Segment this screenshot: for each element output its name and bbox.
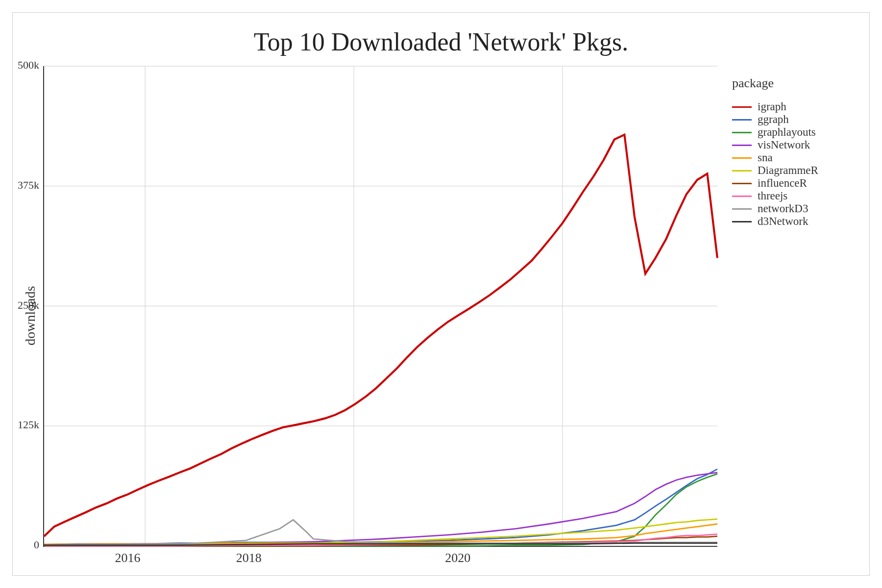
legend-item-d3network: d3Network xyxy=(732,215,850,228)
plot-area: 500k 375k 250k 125k 0 xyxy=(43,66,717,547)
legend-label-ggraph: ggraph xyxy=(758,113,789,126)
legend-line-threejs xyxy=(732,196,752,197)
legend-label-sna: sna xyxy=(758,151,773,164)
legend-line-igraph xyxy=(732,106,752,108)
legend-line-visnetwork xyxy=(732,145,752,146)
legend-label-visnetwork: visNetwork xyxy=(758,139,810,151)
legend-line-d3network xyxy=(732,221,752,222)
x-axis-labels: 2016 2018 2020 xyxy=(43,547,717,565)
legend-label-igraph: igraph xyxy=(758,100,786,113)
x-label-2018: 2018 xyxy=(236,551,262,565)
svg-text:500k: 500k xyxy=(18,59,39,71)
plot-area-wrapper: 500k 375k 250k 125k 0 xyxy=(43,66,722,565)
legend-line-ggraph xyxy=(732,119,752,121)
legend-item-sna: sna xyxy=(732,151,850,164)
legend-item-graphlayouts: graphlayouts xyxy=(732,126,850,139)
svg-text:250k: 250k xyxy=(18,299,39,311)
legend-item-threejs: threejs xyxy=(732,190,850,202)
legend-item-visnetwork: visNetwork xyxy=(732,139,850,151)
chart-body: downloads xyxy=(23,66,859,565)
legend-items: igraph ggraph graphlayouts visNetwork sn… xyxy=(732,100,850,228)
legend-item-networkd3: networkD3 xyxy=(732,202,850,215)
svg-text:0: 0 xyxy=(34,539,39,551)
legend-line-sna xyxy=(732,157,752,159)
legend-label-influencer: influenceR xyxy=(758,177,807,190)
legend-item-ggraph: ggraph xyxy=(732,113,850,126)
svg-text:375k: 375k xyxy=(18,179,39,191)
legend-line-diagrammer xyxy=(732,170,752,172)
x-label-2020: 2020 xyxy=(445,551,470,565)
legend-line-graphlayouts xyxy=(732,132,752,133)
svg-text:125k: 125k xyxy=(18,418,39,431)
chart-container: Top 10 Downloaded 'Network' Pkgs. downlo… xyxy=(12,12,870,576)
legend-item-influencer: influenceR xyxy=(732,177,850,190)
x-label-2016: 2016 xyxy=(115,551,140,565)
legend-item-diagrammer: DiagrammeR xyxy=(732,164,850,177)
y-axis-label: downloads xyxy=(23,66,38,565)
legend-label-threejs: threejs xyxy=(758,190,787,202)
legend: package igraph ggraph graphlayouts visNe… xyxy=(722,66,859,565)
legend-line-influencer xyxy=(732,183,752,184)
legend-label-d3network: d3Network xyxy=(758,215,808,228)
legend-title: package xyxy=(732,76,850,91)
legend-label-diagrammer: DiagrammeR xyxy=(758,164,818,177)
chart-title: Top 10 Downloaded 'Network' Pkgs. xyxy=(23,27,859,56)
legend-label-graphlayouts: graphlayouts xyxy=(758,126,816,139)
legend-line-networkd3 xyxy=(732,208,752,210)
legend-item-igraph: igraph xyxy=(732,100,850,113)
chart-svg: 500k 375k 250k 125k 0 xyxy=(44,66,717,546)
legend-label-networkd3: networkD3 xyxy=(758,202,808,215)
